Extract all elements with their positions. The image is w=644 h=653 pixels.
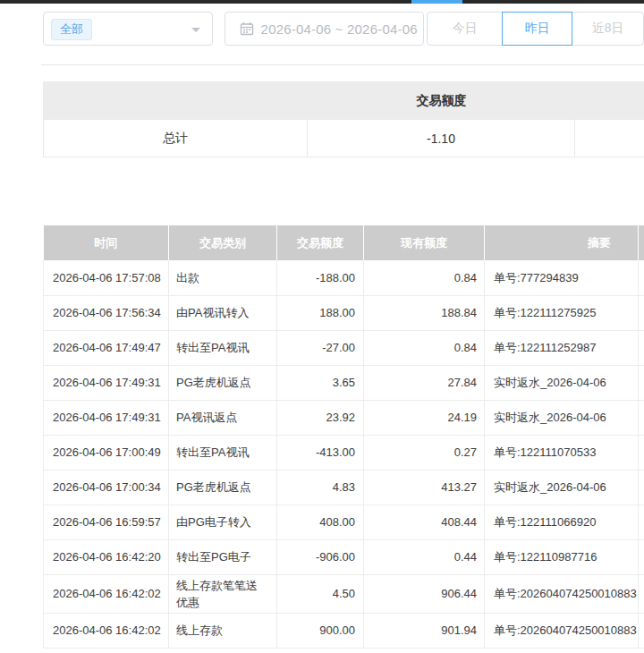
cell-balance: 906.44 — [364, 574, 485, 613]
cell-type: 转出至PA视讯 — [169, 330, 277, 365]
column-header-gutter — [639, 225, 644, 260]
cell-amount: 23.92 — [277, 400, 364, 435]
cell-time: 2026-04-06 16:42:02 — [44, 613, 169, 648]
cell-summary: 单号:122111275925 — [485, 295, 639, 330]
cell-type: 转出至PG电子 — [169, 539, 277, 574]
cell-balance: 0.84 — [364, 330, 485, 365]
cell-time: 2026-04-06 16:42:20 — [44, 539, 169, 574]
cell-type: 由PG电子转入 — [169, 505, 277, 539]
cell-balance: 901.94 — [364, 613, 485, 648]
cell-gutter — [639, 295, 644, 330]
cell-gutter — [639, 574, 644, 613]
cell-gutter — [639, 365, 644, 400]
cell-gutter — [639, 260, 644, 295]
cell-amount: 3.65 — [277, 365, 364, 400]
progress-bar-fill — [411, 0, 462, 4]
table-row: 2026-04-06 17:56:34由PA视讯转入188.00188.84单号… — [44, 295, 644, 330]
cell-type: 出款 — [169, 260, 277, 295]
summary-table: 交易额度 总计 -1.10 — [43, 81, 644, 157]
cell-summary: 单号:122111070533 — [485, 435, 639, 470]
date-range-picker[interactable]: 2026-04-06 ~ 2026-04-06 — [225, 12, 425, 46]
cell-time: 2026-04-06 17:00:34 — [44, 470, 169, 505]
cell-summary: 实时返水_2026-04-06 — [485, 365, 639, 400]
cell-type: PG老虎机返点 — [169, 470, 277, 505]
category-select[interactable]: 全部 — [43, 12, 213, 46]
cell-summary: 单号:202604074250010883 — [485, 613, 639, 648]
cell-summary: 单号:202604074250010883 — [485, 574, 639, 613]
cell-gutter — [639, 613, 644, 648]
cell-type: PG老虎机返点 — [169, 365, 277, 400]
cell-time: 2026-04-06 17:49:31 — [44, 365, 169, 400]
cell-type: PA视讯返点 — [169, 400, 277, 435]
cell-type: 由PA视讯转入 — [169, 295, 277, 330]
cell-time: 2026-04-06 17:49:47 — [44, 330, 169, 365]
cell-amount: -188.00 — [277, 260, 364, 295]
filter-toolbar: 全部 2026-04-06 ~ 2026-04-06 今日 昨日 近8日 — [43, 12, 644, 46]
cell-type: 线上存款 — [169, 613, 277, 648]
section-divider — [41, 64, 644, 65]
cell-balance: 408.44 — [364, 505, 485, 539]
last-8-days-button[interactable]: 近8日 — [572, 13, 643, 45]
table-row: 2026-04-06 17:00:49转出至PA视讯-413.000.27单号:… — [44, 435, 644, 470]
yesterday-button[interactable]: 昨日 — [502, 12, 572, 46]
table-row: 2026-04-06 17:00:34PG老虎机返点4.83413.27实时返水… — [44, 470, 644, 505]
cell-time: 2026-04-06 17:57:08 — [44, 260, 169, 295]
cell-summary: 单号:122110987716 — [485, 539, 639, 574]
cell-balance: 24.19 — [364, 400, 485, 435]
cell-balance: 0.44 — [364, 539, 485, 574]
table-row: 2026-04-06 16:59:57由PG电子转入408.00408.44单号… — [44, 505, 644, 539]
today-button[interactable]: 今日 — [428, 13, 502, 45]
table-row: 2026-04-06 16:42:02线上存款900.00901.94单号:20… — [44, 613, 644, 648]
table-row: 2026-04-06 17:49:47转出至PA视讯-27.000.84单号:1… — [44, 330, 644, 365]
cell-balance: 188.84 — [364, 295, 485, 330]
cell-summary: 实时返水_2026-04-06 — [485, 400, 639, 435]
summary-total-row: 总计 -1.10 — [43, 120, 644, 157]
cell-time: 2026-04-06 17:49:31 — [44, 400, 169, 435]
cell-amount: -27.00 — [277, 330, 364, 365]
cell-gutter — [639, 435, 644, 470]
cell-amount: 4.83 — [277, 470, 364, 505]
table-row: 2026-04-06 17:49:31PG老虎机返点3.6527.84实时返水_… — [44, 365, 644, 400]
column-header-summary: 摘要 — [485, 225, 639, 260]
transactions-table-header: 时间 交易类别 交易额度 现有额度 摘要 — [44, 225, 644, 260]
cell-summary: 单号:122111066920 — [485, 505, 639, 539]
cell-balance: 27.84 — [364, 365, 485, 400]
cell-gutter — [639, 470, 644, 505]
cell-summary: 实时返水_2026-04-06 — [485, 470, 639, 505]
cell-balance: 0.27 — [364, 435, 485, 470]
cell-balance: 413.27 — [364, 470, 485, 505]
summary-amount-header: 交易额度 — [308, 93, 575, 109]
summary-table-header: 交易额度 — [43, 81, 644, 120]
column-header-amount: 交易额度 — [277, 225, 364, 260]
column-header-type: 交易类别 — [169, 225, 277, 260]
chevron-down-icon — [191, 28, 200, 32]
calendar-icon — [240, 21, 254, 36]
table-row: 2026-04-06 16:42:20转出至PG电子-906.000.44单号:… — [44, 539, 644, 574]
cell-amount: -906.00 — [277, 539, 364, 574]
cell-type: 转出至PA视讯 — [169, 435, 277, 470]
transactions-table: 时间 交易类别 交易额度 现有额度 摘要 2026-04-06 17:57:08… — [43, 225, 644, 649]
top-progress-bar — [0, 0, 644, 4]
column-header-balance: 现有额度 — [364, 225, 485, 260]
cell-gutter — [639, 505, 644, 539]
selected-filter-tag[interactable]: 全部 — [51, 19, 92, 40]
cell-amount: 408.00 — [277, 505, 364, 539]
quick-date-buttons: 今日 昨日 近8日 — [427, 12, 644, 46]
summary-total-value: -1.10 — [308, 120, 575, 157]
cell-amount: 188.00 — [277, 295, 364, 330]
date-range-value: 2026-04-06 ~ 2026-04-06 — [261, 21, 418, 37]
column-header-time: 时间 — [44, 225, 169, 260]
table-row: 2026-04-06 17:49:31PA视讯返点23.9224.19实时返水_… — [44, 400, 644, 435]
cell-amount: 4.50 — [277, 574, 364, 613]
cell-type: 线上存款笔笔送优惠 — [169, 574, 277, 613]
cell-time: 2026-04-06 17:00:49 — [44, 435, 169, 470]
cell-summary: 单号:777294839 — [485, 260, 639, 295]
cell-amount: -413.00 — [277, 435, 364, 470]
cell-gutter — [639, 539, 644, 574]
cell-time: 2026-04-06 16:59:57 — [44, 505, 169, 539]
cell-balance: 0.84 — [364, 260, 485, 295]
cell-gutter — [639, 330, 644, 365]
cell-summary: 单号:122111252987 — [485, 330, 639, 365]
table-row: 2026-04-06 17:57:08出款-188.000.84单号:77729… — [44, 260, 644, 295]
cell-time: 2026-04-06 17:56:34 — [44, 295, 169, 330]
